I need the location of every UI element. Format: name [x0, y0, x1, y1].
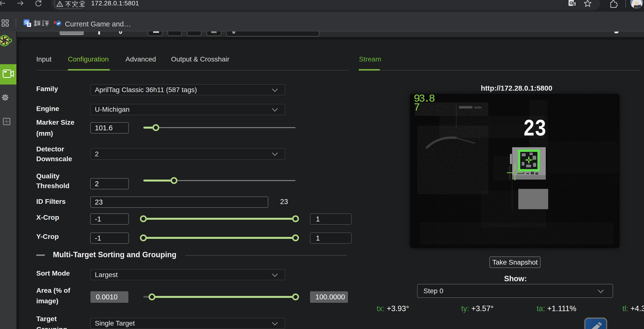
svg-text:23: 23	[523, 116, 546, 142]
svg-text:7: 7	[414, 102, 420, 114]
svg-text:G: G	[570, 1, 573, 6]
